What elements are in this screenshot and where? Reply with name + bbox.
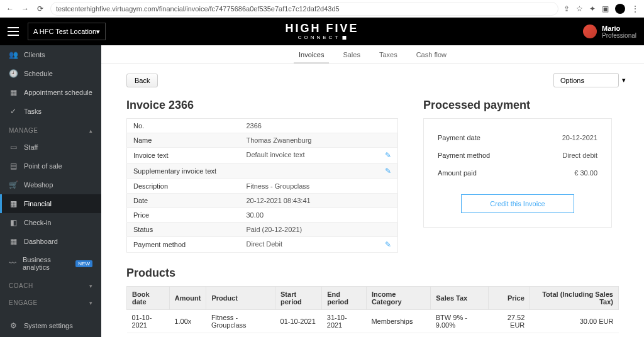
edit-icon[interactable]: ✎	[385, 167, 391, 175]
edit-icon[interactable]: ✎	[385, 240, 391, 249]
sidebar-item-staff[interactable]: ▭Staff	[0, 138, 101, 157]
sidebar-section-label: MANAGE	[9, 127, 38, 134]
cell-amount: 1.00x	[169, 310, 206, 333]
profile-icon[interactable]	[615, 4, 625, 14]
tab-sales[interactable]: Sales	[343, 47, 360, 63]
new-badge: NEW	[75, 260, 92, 267]
id-icon: ▭	[9, 143, 18, 152]
table-row: DescriptionFitness - Groupclass	[127, 179, 398, 194]
column-header: Amount	[169, 287, 206, 310]
field-label: Price	[127, 208, 240, 223]
cell-product: Fitness - Groupclass	[206, 310, 275, 333]
browser-toolbar: ← → ⟳ testcenterhighfive.virtuagym.com/f…	[0, 0, 644, 18]
location-select[interactable]: A HFC Test Location ▾	[28, 23, 106, 40]
brand-sub: CONNECT	[285, 35, 358, 40]
sidebar-item-label: Check-in	[24, 219, 51, 226]
brand-main: HIGH FIVE	[285, 23, 358, 34]
field-value: € 30.00	[574, 169, 597, 177]
puzzle-icon[interactable]: ✦	[589, 4, 596, 13]
field-label: Payment method	[438, 152, 490, 159]
payment-title: Processed payment	[423, 99, 612, 112]
back-button[interactable]: Back	[126, 74, 158, 87]
cell-book-date: 01-10-2021	[127, 310, 170, 333]
products-table: Book dateAmountProductStart periodEnd pe…	[126, 286, 619, 333]
table-row: Date20-12-2021 08:43:41	[127, 194, 398, 208]
field-value: ✎	[240, 163, 398, 179]
table-row: No.2366	[127, 119, 398, 133]
grid-icon: ▦	[9, 237, 18, 246]
sidebar-item-system-settings[interactable]: ⚙System settings	[0, 316, 101, 335]
share-icon[interactable]: ⇪	[564, 4, 570, 13]
totals-table: Total excluding Sales Tax27.52 EURTotal …	[126, 333, 619, 337]
chevron-down-icon: ▾	[96, 28, 100, 36]
clock-icon: 🕘	[9, 69, 18, 78]
sidebar-item-webshop[interactable]: 🛒Webshop	[0, 175, 101, 194]
tab-cash-flow[interactable]: Cash flow	[416, 47, 447, 63]
forward-icon[interactable]: →	[20, 4, 30, 14]
location-label: A HFC Test Location	[33, 28, 96, 35]
sidebar-section-coach[interactable]: COACH ▾	[0, 276, 101, 293]
sidebar-item-label: Appointment schedule	[24, 89, 92, 96]
table-row: Supplementary invoice text✎	[127, 163, 398, 179]
payment-row: Payment date20-12-2021	[438, 129, 597, 146]
tab-invoices[interactable]: Invoices	[299, 47, 324, 63]
chevron-down-icon: ▾	[89, 283, 93, 289]
field-label: Supplementary invoice text	[127, 163, 240, 179]
tab-taxes[interactable]: Taxes	[379, 47, 397, 63]
sidebar-item-clients[interactable]: 👥Clients	[0, 45, 101, 64]
column-header: Sales Tax	[431, 287, 489, 310]
sidebar-item-financial[interactable]: ▦Financial	[0, 194, 101, 213]
sidebar-item-point-of-sale[interactable]: ▤Point of sale	[0, 157, 101, 175]
user-menu[interactable]: Mario Professional	[583, 25, 636, 39]
reload-icon[interactable]: ⟳	[35, 4, 45, 14]
chevron-down-icon: ▾	[89, 300, 93, 306]
star-icon[interactable]: ☆	[576, 4, 583, 13]
field-value: Fitness - Groupclass	[240, 179, 398, 194]
field-label: No.	[127, 119, 240, 133]
edit-icon[interactable]: ✎	[385, 151, 391, 160]
calc-icon: ▦	[9, 199, 18, 208]
field-label: Status	[127, 223, 240, 237]
app-topbar: A HFC Test Location ▾ HIGH FIVE CONNECT …	[0, 18, 644, 45]
chevron-down-icon: ▾	[622, 76, 626, 84]
invoice-details-table: No.2366NameThomas ZwanenburgInvoice text…	[126, 118, 398, 253]
sidebar-item-label: Tasks	[24, 108, 42, 115]
column-header: Income Category	[366, 287, 430, 310]
column-header: Book date	[127, 287, 170, 310]
field-label: Payment method	[127, 237, 240, 253]
field-label: Date	[127, 194, 240, 208]
check-icon: ✓	[9, 107, 18, 116]
sidebar-section-label: COACH	[9, 282, 33, 289]
kebab-icon[interactable]: ⋮	[631, 4, 639, 13]
url-bar[interactable]: testcenterhighfive.virtuagym.com/financi…	[50, 2, 558, 16]
sidebar-item-check-in[interactable]: ◧Check-in	[0, 213, 101, 232]
avatar	[583, 25, 597, 38]
cell-price: 27.52 EUR	[489, 310, 530, 333]
field-label: Amount paid	[438, 169, 477, 177]
hamburger-icon[interactable]	[8, 27, 19, 36]
sidebar-section-engage[interactable]: ENGAGE ▾	[0, 293, 101, 310]
credit-invoice-button[interactable]: Credit this Invoice	[461, 194, 574, 213]
table-row: Price30.00	[127, 208, 398, 223]
options-button[interactable]: Options ▾	[553, 73, 619, 87]
finance-subtabs: InvoicesSalesTaxesCash flow	[101, 45, 644, 64]
table-row: NameThomas Zwanenburg	[127, 133, 398, 148]
sidebar-item-dashboard[interactable]: ▦Dashboard	[0, 232, 101, 251]
cart-icon: 🛒	[9, 180, 18, 189]
sidebar-item-tasks[interactable]: ✓Tasks	[0, 102, 101, 121]
panel-icon[interactable]: ▣	[602, 4, 609, 13]
sidebar-item-business-analytics[interactable]: 〰Business analyticsNEW	[0, 251, 101, 276]
products-title: Products	[126, 267, 619, 280]
field-value: Direct Debit✎	[240, 237, 398, 253]
column-header: Total (Including Sales Tax)	[530, 287, 618, 310]
table-row: StatusPaid (20-12-2021)	[127, 223, 398, 237]
back-icon[interactable]: ←	[5, 4, 15, 14]
table-row: Payment methodDirect Debit✎	[127, 237, 398, 253]
payment-card: Payment date20-12-2021Payment methodDire…	[423, 118, 612, 228]
sidebar-section-manage[interactable]: MANAGE ▴	[0, 121, 101, 138]
field-value: 2366	[240, 119, 398, 133]
cell-start: 01-10-2021	[275, 310, 322, 333]
sidebar-item-appointment-schedule[interactable]: ▦Appointment schedule	[0, 83, 101, 102]
sidebar-item-label: Staff	[24, 143, 38, 151]
sidebar-item-schedule[interactable]: 🕘Schedule	[0, 64, 101, 83]
